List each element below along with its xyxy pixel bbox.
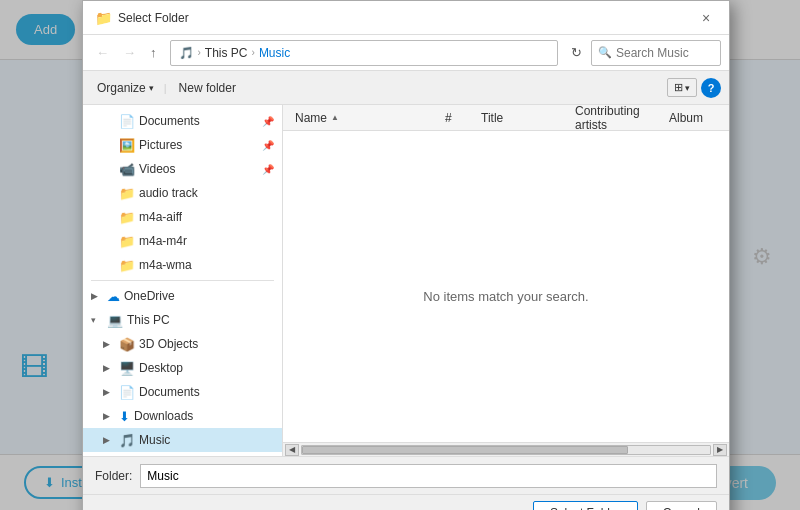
toolbar-left: Organize ▾ | New folder <box>91 78 244 98</box>
tree-label: This PC <box>127 313 170 327</box>
videos-icon: 📹 <box>119 162 135 177</box>
organize-button[interactable]: Organize ▾ <box>91 78 160 98</box>
documents-icon: 📄 <box>119 114 135 129</box>
sort-arrow: ▲ <box>331 113 339 122</box>
dialog-folder-icon: 📁 <box>95 10 112 26</box>
scroll-thumb[interactable] <box>302 446 628 454</box>
downloads-icon: ⬇ <box>119 409 130 424</box>
tree-item-documents2[interactable]: ▶ 📄 Documents <box>83 380 282 404</box>
tree-item-desktop[interactable]: ▶ 🖥️ Desktop <box>83 356 282 380</box>
scroll-track[interactable] <box>301 445 711 455</box>
tree-label: 3D Objects <box>139 337 198 351</box>
folder-bar: Folder: <box>83 456 729 494</box>
pc-icon: 💻 <box>107 313 123 328</box>
breadcrumb-current[interactable]: Music <box>259 46 290 60</box>
empty-message: No items match your search. <box>423 289 588 304</box>
organize-label: Organize <box>97 81 146 95</box>
dialog-title-text: Select Folder <box>118 11 189 25</box>
horizontal-scrollbar[interactable]: ◀ ▶ <box>283 442 729 456</box>
search-box: 🔍 <box>591 40 721 66</box>
documents2-icon: 📄 <box>119 385 135 400</box>
tree-item-m4a-aiff[interactable]: 📁 m4a-aiff <box>83 205 282 229</box>
folder-icon: 📁 <box>119 258 135 273</box>
expand-arrow: ▾ <box>91 315 103 325</box>
tree-label: m4a-wma <box>139 258 192 272</box>
help-button[interactable]: ? <box>701 78 721 98</box>
breadcrumb: 🎵 › This PC › Music <box>170 40 559 66</box>
folder-icon: 📁 <box>119 234 135 249</box>
folder-icon: 📁 <box>119 186 135 201</box>
tree-item-audio-track[interactable]: 📁 audio track <box>83 181 282 205</box>
organize-dropdown-icon: ▾ <box>149 83 154 93</box>
pin-icon: 📌 <box>262 116 274 127</box>
dialog-overlay: 📁 Select Folder × ← → ↑ 🎵 › This PC › Mu… <box>0 0 800 510</box>
3d-objects-icon: 📦 <box>119 337 135 352</box>
tree-item-3d-objects[interactable]: ▶ 📦 3D Objects <box>83 332 282 356</box>
col-name-header[interactable]: Name ▲ <box>287 111 441 125</box>
right-panel: Name ▲ # Title Contributing artists Albu… <box>283 105 729 456</box>
pictures-icon: 🖼️ <box>119 138 135 153</box>
dialog-navbar: ← → ↑ 🎵 › This PC › Music ↻ 🔍 <box>83 35 729 71</box>
onedrive-icon: ☁ <box>107 289 120 304</box>
tree-item-videos[interactable]: 📹 Videos 📌 <box>83 157 282 181</box>
tree-label: Downloads <box>134 409 193 423</box>
folder-input[interactable] <box>140 464 717 488</box>
breadcrumb-sep1: › <box>198 47 201 58</box>
breadcrumb-music-icon: 🎵 <box>179 46 194 60</box>
col-num-header[interactable]: # <box>441 111 473 125</box>
tree-item-pictures[interactable]: 🖼️ Pictures 📌 <box>83 133 282 157</box>
tree-item-music[interactable]: ▶ 🎵 Music <box>83 428 282 452</box>
toolbar-right: ⊞ ▾ ? <box>667 78 721 98</box>
divider <box>91 280 274 281</box>
tree-item-onedrive[interactable]: ▶ ☁ OneDrive <box>83 284 282 308</box>
expand-arrow: ▶ <box>103 435 115 445</box>
breadcrumb-this-pc[interactable]: This PC <box>205 46 248 60</box>
tree-label: m4a-m4r <box>139 234 187 248</box>
desktop-icon: 🖥️ <box>119 361 135 376</box>
folder-label: Folder: <box>95 469 132 483</box>
col-album-header[interactable]: Album <box>661 111 725 125</box>
tree-label: audio track <box>139 186 198 200</box>
column-header: Name ▲ # Title Contributing artists Albu… <box>283 105 729 131</box>
tree-item-documents[interactable]: 📄 Documents 📌 <box>83 109 282 133</box>
dialog-main: 📄 Documents 📌 🖼️ Pictures 📌 📹 Videos 📌 <box>83 105 729 456</box>
tree-label: OneDrive <box>124 289 175 303</box>
nav-refresh-button[interactable]: ↻ <box>566 42 587 63</box>
tree-item-m4a-m4r[interactable]: 📁 m4a-m4r <box>83 229 282 253</box>
expand-arrow: ▶ <box>91 291 103 301</box>
cancel-button[interactable]: Cancel <box>646 501 717 510</box>
tree-label: Pictures <box>139 138 182 152</box>
tree-label: m4a-aiff <box>139 210 182 224</box>
select-folder-button[interactable]: Select Folder <box>533 501 638 510</box>
nav-up-button[interactable]: ↑ <box>145 42 162 63</box>
folder-icon: 📁 <box>119 210 135 225</box>
new-folder-button[interactable]: New folder <box>171 78 244 98</box>
col-artists-header[interactable]: Contributing artists <box>567 105 661 132</box>
col-name-label: Name <box>295 111 327 125</box>
nav-forward-button[interactable]: → <box>118 42 141 63</box>
left-panel: 📄 Documents 📌 🖼️ Pictures 📌 📹 Videos 📌 <box>83 105 283 456</box>
dialog-close-button[interactable]: × <box>695 7 717 29</box>
scroll-right-button[interactable]: ▶ <box>713 444 727 456</box>
dialog-toolbar: Organize ▾ | New folder ⊞ ▾ ? <box>83 71 729 105</box>
dialog-action-buttons: Select Folder Cancel <box>83 494 729 510</box>
scroll-left-button[interactable]: ◀ <box>285 444 299 456</box>
file-list: No items match your search. <box>283 131 729 442</box>
tree-item-downloads[interactable]: ▶ ⬇ Downloads <box>83 404 282 428</box>
view-dropdown-icon: ▾ <box>685 83 690 93</box>
search-icon: 🔍 <box>598 46 612 59</box>
tree-item-this-pc[interactable]: ▾ 💻 This PC <box>83 308 282 332</box>
tree-label: Documents <box>139 385 200 399</box>
breadcrumb-sep2: › <box>252 47 255 58</box>
expand-arrow: ▶ <box>103 363 115 373</box>
col-title-header[interactable]: Title <box>473 111 567 125</box>
tree-label: Desktop <box>139 361 183 375</box>
search-input[interactable] <box>616 46 706 60</box>
tree-item-m4a-wma[interactable]: 📁 m4a-wma <box>83 253 282 277</box>
view-grid-icon: ⊞ <box>674 81 683 94</box>
nav-back-button[interactable]: ← <box>91 42 114 63</box>
pin-icon: 📌 <box>262 164 274 175</box>
select-folder-dialog: 📁 Select Folder × ← → ↑ 🎵 › This PC › Mu… <box>82 0 730 510</box>
expand-arrow: ▶ <box>103 339 115 349</box>
view-button[interactable]: ⊞ ▾ <box>667 78 697 97</box>
